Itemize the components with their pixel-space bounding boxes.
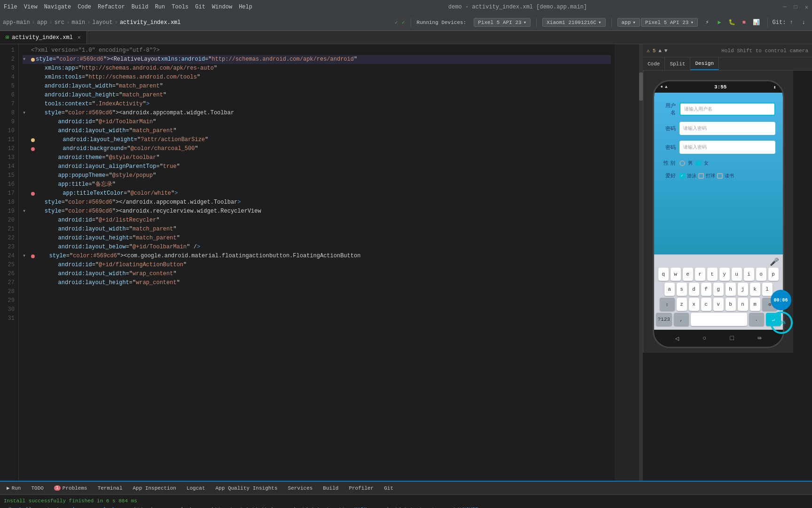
key-r[interactable]: r [695, 268, 705, 281]
key-p[interactable]: p [768, 268, 779, 281]
design-view-tab[interactable]: Design [690, 57, 719, 70]
tab-app-inspection[interactable]: App Inspection [128, 482, 180, 494]
maximize-button[interactable]: □ [794, 4, 797, 11]
breadcrumb-file[interactable]: activity_index.xml [120, 19, 181, 26]
profile-button[interactable]: 📊 [750, 17, 762, 28]
debug-button[interactable]: 🐛 [726, 17, 737, 28]
run-button[interactable]: ▶ [714, 17, 725, 28]
scroll-thumb[interactable] [639, 72, 643, 101]
key-j[interactable]: j [738, 283, 748, 296]
warning-down[interactable]: ▼ [664, 48, 668, 54]
code-editor[interactable]: 1234567891011121314151617181920212223242… [0, 44, 643, 481]
key-y[interactable]: y [719, 268, 730, 281]
key-q[interactable]: q [658, 268, 669, 281]
key-g[interactable]: g [713, 283, 724, 296]
key-comma[interactable]: , [674, 313, 689, 326]
tab-build[interactable]: Build [318, 482, 343, 494]
breadcrumb-layout[interactable]: layout [92, 19, 112, 26]
username-input[interactable]: 请输入用户名 [679, 103, 775, 116]
nav-recents[interactable]: □ [730, 334, 734, 342]
menu-run[interactable]: Run [155, 4, 165, 10]
menu-help[interactable]: Help [239, 4, 252, 10]
hobby-ball-check[interactable] [698, 173, 704, 179]
warning-up[interactable]: ▲ [658, 48, 662, 54]
menu-file[interactable]: File [4, 4, 17, 10]
scrollbar[interactable] [639, 44, 643, 481]
password-input[interactable]: 请输入密码 [679, 122, 775, 135]
key-l[interactable]: l [762, 283, 773, 296]
git-pull[interactable]: ↓ [798, 17, 809, 28]
gender-male-radio[interactable] [679, 160, 685, 166]
breadcrumb-app[interactable]: app [37, 19, 47, 26]
mic-icon[interactable]: 🎤 [770, 257, 779, 267]
key-f[interactable]: f [701, 283, 711, 296]
menu-view[interactable]: View [24, 4, 38, 10]
file-tab-close[interactable]: ✕ [78, 34, 81, 41]
key-x[interactable]: x [689, 298, 699, 311]
phone-keyboard[interactable]: 🎤 q w e r t y u i o [654, 254, 783, 330]
tab-run[interactable]: ▶ Run [2, 482, 25, 494]
menu-bar[interactable]: File View Navigate Code Refactor Build R… [4, 4, 252, 10]
tab-app-quality[interactable]: App Quality Insights [211, 482, 282, 494]
menu-tools[interactable]: Tools [172, 4, 188, 10]
git-push[interactable]: ↑ [786, 17, 797, 28]
stop-button[interactable]: ■ [738, 17, 750, 28]
key-i[interactable]: i [744, 268, 754, 281]
tab-todo[interactable]: TODO [26, 482, 48, 494]
nav-keyboard[interactable]: ⌨ [757, 334, 761, 342]
close-button[interactable]: ✕ [805, 4, 808, 11]
breadcrumb-src[interactable]: src [55, 19, 65, 26]
key-v[interactable]: v [713, 298, 724, 311]
key-period[interactable]: . [749, 313, 764, 326]
menu-window[interactable]: Window [212, 4, 232, 10]
key-n[interactable]: n [738, 298, 748, 311]
tab-profiler[interactable]: Profiler [344, 482, 378, 494]
key-d[interactable]: d [689, 283, 699, 296]
key-h[interactable]: h [726, 283, 736, 296]
key-a[interactable]: a [664, 283, 675, 296]
window-controls[interactable]: ─ □ ✕ [783, 4, 808, 11]
device1-selector[interactable]: Pixel 5 API 23 ▾ [474, 18, 531, 27]
file-tab-activity-index[interactable]: ⊞ activity_index.xml ✕ [0, 31, 87, 44]
confirm-input[interactable]: 请输入密码 [679, 141, 775, 154]
menu-navigate[interactable]: Navigate [44, 4, 71, 10]
key-space[interactable] [691, 313, 747, 326]
key-m[interactable]: m [750, 298, 760, 311]
key-k[interactable]: k [750, 283, 760, 296]
tab-git[interactable]: Git [379, 482, 398, 494]
breadcrumb-app-main[interactable]: app-main [3, 19, 30, 26]
menu-git[interactable]: Git [195, 4, 205, 10]
tab-problems[interactable]: 1 Problems [49, 482, 92, 494]
tab-logcat[interactable]: Logcat [182, 482, 210, 494]
key-o[interactable]: o [756, 268, 766, 281]
device2-selector[interactable]: Xiaomi 21091216C ▾ [542, 18, 605, 27]
nav-back[interactable]: ◁ [675, 334, 679, 342]
key-z[interactable]: z [677, 298, 687, 311]
menu-build[interactable]: Build [132, 4, 148, 10]
tab-terminal[interactable]: Terminal [93, 482, 127, 494]
app-selector[interactable]: app ▾ [617, 18, 640, 27]
split-view-tab[interactable]: Split [665, 57, 690, 70]
code-view-tab[interactable]: Code [643, 57, 665, 70]
key-shift[interactable]: ⇧ [660, 298, 675, 311]
hobby-read-check[interactable] [717, 173, 723, 179]
build-button[interactable]: ⚡ [702, 17, 713, 28]
key-symbols[interactable]: ?123 [656, 313, 672, 326]
nav-home[interactable]: ○ [703, 334, 706, 342]
menu-code[interactable]: Code [78, 4, 91, 10]
key-u[interactable]: u [732, 268, 742, 281]
key-c[interactable]: c [701, 298, 711, 311]
gender-female-radio[interactable] [695, 160, 701, 166]
git-icon[interactable]: Git: [773, 17, 785, 28]
key-t[interactable]: t [707, 268, 718, 281]
minimize-button[interactable]: ─ [783, 4, 786, 11]
breadcrumb-main[interactable]: main [71, 19, 85, 26]
menu-refactor[interactable]: Refactor [98, 4, 125, 10]
key-w[interactable]: w [671, 268, 681, 281]
api-selector[interactable]: Pixel 5 API 23 ▾ [641, 18, 698, 27]
hobby-swim-check[interactable]: ✓ [679, 173, 685, 179]
tab-services[interactable]: Services [283, 482, 318, 494]
phone-screen[interactable]: 用户名 请输入用户名 密码 请输入密码 [654, 93, 783, 254]
key-b[interactable]: b [726, 298, 736, 311]
key-s[interactable]: s [677, 283, 687, 296]
